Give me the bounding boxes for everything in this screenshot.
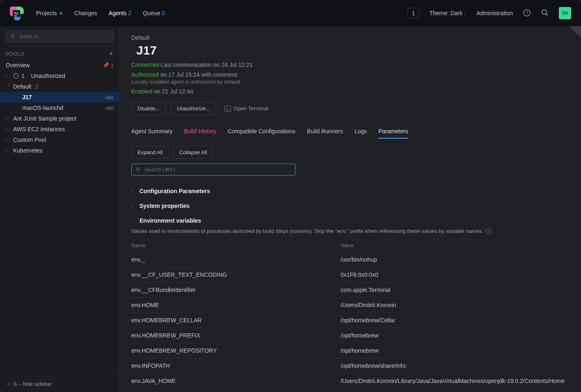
sidebar-overview[interactable]: Overview 📌 1 [0, 60, 119, 71]
section-configuration-parameters[interactable]: › Configuration Parameters [131, 184, 570, 198]
help-icon[interactable]: ? [486, 228, 492, 234]
help-icon[interactable]: ? [523, 9, 531, 18]
table-row[interactable]: env.__CFBundleIdentifiercom.apple.Termin… [131, 283, 570, 298]
svg-text:TC: TC [14, 11, 19, 16]
chevron-left-icon: ‹ [7, 381, 9, 387]
status-connected: Connected Last communication on 24 Jul 1… [131, 62, 570, 68]
pools-header: POOLS + [0, 46, 119, 60]
tab-logs[interactable]: Logs [355, 125, 367, 138]
section-environment-variables[interactable]: › Environment variables [131, 213, 570, 228]
corner-handle[interactable] [570, 26, 581, 38]
svg-line-8 [14, 37, 15, 38]
collapse-all-button[interactable]: Collapse All [173, 146, 213, 159]
add-pool-icon[interactable]: + [109, 50, 114, 58]
sidebar-group-item[interactable]: ›AWS EC2 Instances [0, 124, 119, 134]
shield-icon [13, 73, 19, 79]
tab-parameters[interactable]: Parameters [378, 125, 408, 139]
svg-point-7 [11, 34, 14, 37]
table-row[interactable]: env.HOME/Users/Dmitrii.Korovin [131, 298, 570, 313]
sidebar: Jump to... POOLS + Overview 📌 1 › 1 Unau… [0, 26, 120, 392]
page-title: J17 [136, 43, 157, 57]
search-icon [136, 167, 141, 172]
tab-build-history[interactable]: Build History [184, 125, 216, 138]
nav-projects[interactable]: Projects+ [36, 10, 63, 16]
tab-compatible-configurations[interactable]: Compatible Configurations [228, 125, 295, 138]
chevron-down-icon: ⌄ [463, 11, 467, 16]
chevron-right-icon: › [6, 127, 11, 132]
nav-queue[interactable]: Queue0 [143, 10, 165, 16]
page-title-row: J17 [131, 43, 570, 57]
sidebar-default-pool[interactable]: › Default 2 [0, 81, 119, 92]
topbar: TC Projects+ Changes Agents2 Queue0 1 Th… [0, 0, 581, 26]
running-counter[interactable]: 1 [407, 8, 420, 18]
table-row[interactable]: env.INFOPATH/opt/homebrew/share/info: [131, 358, 570, 374]
main-nav: Projects+ Changes Agents2 Queue0 [36, 10, 165, 16]
sidebar-agent-item[interactable]: macOS-launchdidle [0, 103, 119, 113]
nav-agents[interactable]: Agents2 [109, 10, 131, 16]
open-terminal-link[interactable]: >_ Open Terminal [224, 105, 268, 112]
unauthorize-button[interactable]: Unauthorize... [171, 102, 216, 115]
svg-rect-2 [14, 16, 17, 16]
plus-icon[interactable]: + [59, 10, 63, 16]
expand-all-button[interactable]: Expand All [131, 146, 169, 159]
sidebar-footer[interactable]: ‹ S – hide sidebar [0, 376, 119, 392]
search-icon [10, 34, 16, 39]
jump-to-input[interactable]: Jump to... [6, 30, 114, 42]
svg-point-9 [137, 168, 140, 171]
sidebar-group-item[interactable]: ›Custom Pool [0, 134, 119, 145]
table-row[interactable]: env._/usr/bin/nohup [131, 252, 570, 267]
section-system-properties[interactable]: › System properties [131, 198, 570, 213]
administration-link[interactable]: Administration [476, 10, 513, 16]
chevron-right-icon: › [131, 189, 136, 194]
disable-button[interactable]: Disable... [131, 102, 166, 115]
table-row[interactable]: env.__CF_USER_TEXT_ENCODING0x1F6:0x0:0x0 [131, 267, 570, 283]
chevron-down-icon: › [6, 84, 11, 89]
sidebar-group-item[interactable]: ›Ant JUnit Sample project [0, 113, 119, 124]
sidebar-unauthorized[interactable]: › 1 Unauthorized [0, 71, 119, 81]
table-row[interactable]: env.HOMEBREW_PREFIX/opt/homebrew [131, 328, 570, 343]
chevron-right-icon: › [6, 116, 11, 121]
tab-build-runners[interactable]: Build Runners [307, 125, 343, 138]
status-authorized: Authorized on 17 Jul 15:24 with comment:… [131, 71, 570, 85]
table-row[interactable]: env.HOMEBREW_CELLAR/opt/homebrew/Cellar [131, 313, 570, 328]
terminal-icon: >_ [224, 106, 231, 112]
chevron-right-icon: › [6, 138, 11, 142]
svg-text:?: ? [526, 10, 528, 15]
nav-changes[interactable]: Changes [74, 10, 97, 16]
table-header-value: Value [341, 239, 570, 252]
sidebar-group-item[interactable]: ›Kubernetes [0, 145, 119, 156]
pin-icon: 📌 [103, 62, 109, 68]
chevron-right-icon: › [6, 74, 11, 78]
search-icon[interactable] [541, 9, 549, 18]
tab-agent-summary[interactable]: Agent Summary [131, 125, 172, 138]
sidebar-agent-item[interactable]: J17idle [0, 92, 119, 103]
content: Default J17 Connected Last communication… [120, 26, 581, 392]
chevron-down-icon: › [132, 218, 136, 223]
svg-line-10 [139, 170, 140, 171]
app-logo[interactable]: TC [8, 5, 25, 21]
svg-line-6 [546, 14, 548, 16]
chevron-right-icon: › [6, 148, 11, 153]
topbar-right: 1 Theme: Dark⌄ Administration ? VA [407, 7, 571, 19]
table-row[interactable]: env.HOMEBREW_REPOSITORY/opt/homebrew [131, 343, 570, 358]
env-table: Name Value env._/usr/bin/nohupenv.__CF_U… [131, 239, 570, 389]
search-input[interactable]: Search (⌘K) [131, 164, 295, 175]
table-row[interactable]: env.JAVA_HOME/Users/Dmitrii.Korovin/Libr… [131, 374, 570, 389]
env-description: Values used in environments of processes… [131, 228, 570, 234]
svg-point-5 [542, 10, 547, 14]
breadcrumb[interactable]: Default [131, 34, 570, 41]
avatar[interactable]: VA [559, 7, 571, 19]
theme-switcher[interactable]: Theme: Dark⌄ [429, 10, 467, 16]
status-enabled: Enabled on 21 Jul 12:44 [131, 88, 570, 95]
chevron-right-icon: › [131, 204, 136, 208]
tabs: Agent Summary Build History Compatible C… [131, 125, 570, 139]
table-header-name: Name [131, 239, 341, 252]
